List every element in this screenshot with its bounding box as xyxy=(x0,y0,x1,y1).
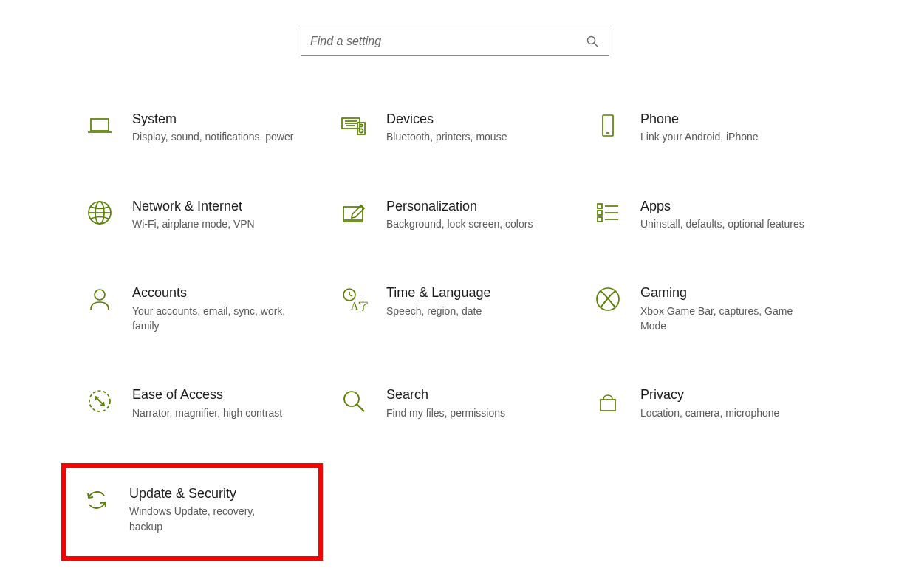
tile-title: Network & Internet xyxy=(132,198,321,215)
tile-personalization[interactable]: Personalization Background, lock screen,… xyxy=(338,195,577,235)
tile-update[interactable]: Update & Security Windows Update, recove… xyxy=(61,463,323,561)
ease-of-access-icon xyxy=(85,386,114,416)
svg-rect-20 xyxy=(598,211,602,215)
tile-title: Devices xyxy=(386,111,575,128)
svg-point-10 xyxy=(359,129,363,132)
lock-icon xyxy=(593,386,623,416)
tile-desc: Your accounts, email, sync, work, family xyxy=(132,304,321,334)
time-language-icon: A字 xyxy=(339,284,369,314)
svg-line-27 xyxy=(349,295,352,296)
tile-privacy[interactable]: Privacy Location, camera, microphone xyxy=(592,383,831,423)
svg-rect-33 xyxy=(601,400,615,411)
tile-title: Accounts xyxy=(132,284,321,301)
tile-search[interactable]: Search Find my files, permissions xyxy=(338,383,577,423)
tile-devices[interactable]: Devices Bluetooth, printers, mouse xyxy=(338,108,577,148)
svg-point-9 xyxy=(360,124,362,126)
person-icon xyxy=(85,284,114,314)
svg-rect-18 xyxy=(598,204,602,208)
tile-desc: Background, lock screen, colors xyxy=(386,216,575,231)
paint-monitor-icon xyxy=(339,198,369,228)
search-icon[interactable] xyxy=(585,34,600,49)
svg-text:A字: A字 xyxy=(351,301,369,312)
tile-ease[interactable]: Ease of Access Narrator, magnifier, high… xyxy=(83,383,323,423)
sync-icon xyxy=(82,485,112,515)
apps-list-icon xyxy=(593,198,623,228)
tile-title: Gaming xyxy=(640,284,829,301)
tile-title: Privacy xyxy=(640,386,829,403)
tile-desc: Display, sound, notifications, power xyxy=(132,129,321,144)
settings-grid: System Display, sound, notifications, po… xyxy=(79,108,831,561)
tile-title: Apps xyxy=(640,198,829,215)
search-field[interactable] xyxy=(301,27,609,56)
search-large-icon xyxy=(339,386,369,416)
tile-title: Ease of Access xyxy=(132,386,321,403)
phone-icon xyxy=(593,111,623,140)
tile-desc: Uninstall, defaults, optional features xyxy=(640,216,829,231)
svg-rect-22 xyxy=(598,217,602,222)
tile-desc: Location, camera, microphone xyxy=(640,406,829,420)
tile-accounts[interactable]: Accounts Your accounts, email, sync, wor… xyxy=(83,281,323,336)
tile-title: Phone xyxy=(640,111,829,128)
tile-title: Search xyxy=(386,386,575,403)
tile-gaming[interactable]: Gaming Xbox Game Bar, captures, Game Mod… xyxy=(592,281,831,336)
xbox-icon xyxy=(593,284,623,314)
tile-phone[interactable]: Phone Link your Android, iPhone xyxy=(592,108,831,148)
tile-desc: Xbox Game Bar, captures, Game Mode xyxy=(640,304,829,334)
svg-point-24 xyxy=(95,290,105,300)
tile-desc: Wi-Fi, airplane mode, VPN xyxy=(132,216,321,231)
tile-desc: Link your Android, iPhone xyxy=(640,129,829,144)
tile-desc: Windows Update, recovery, backup xyxy=(129,504,302,534)
svg-line-32 xyxy=(357,404,364,411)
svg-point-0 xyxy=(588,37,595,44)
tile-desc: Narrator, magnifier, high contrast xyxy=(132,406,321,420)
tile-title: Personalization xyxy=(386,198,575,215)
search-input[interactable] xyxy=(310,35,585,48)
tile-apps[interactable]: Apps Uninstall, defaults, optional featu… xyxy=(592,195,831,235)
laptop-icon xyxy=(85,111,114,140)
tile-desc: Speech, region, date xyxy=(386,304,575,318)
tile-desc: Find my files, permissions xyxy=(386,406,575,420)
tile-desc: Bluetooth, printers, mouse xyxy=(386,129,575,144)
tile-title: Time & Language xyxy=(386,284,575,301)
tile-system[interactable]: System Display, sound, notifications, po… xyxy=(83,108,323,148)
keyboard-speaker-icon xyxy=(339,111,369,140)
tile-time[interactable]: A字 Time & Language Speech, region, date xyxy=(338,281,577,336)
svg-line-1 xyxy=(595,44,598,47)
globe-icon xyxy=(85,198,114,228)
tile-title: Update & Security xyxy=(129,485,302,502)
tile-network[interactable]: Network & Internet Wi-Fi, airplane mode,… xyxy=(83,195,323,235)
tile-title: System xyxy=(132,111,321,128)
svg-rect-2 xyxy=(91,119,109,131)
